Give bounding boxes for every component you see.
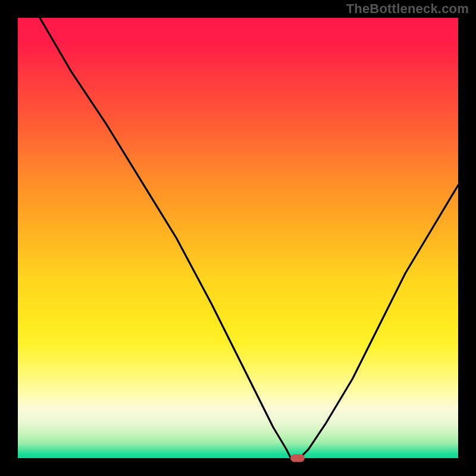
chart-frame: TheBottleneck.com <box>0 0 476 476</box>
optimal-point-marker <box>290 455 305 462</box>
curve-line <box>40 18 458 458</box>
watermark-text: TheBottleneck.com <box>346 1 469 17</box>
bottleneck-curve <box>18 18 458 458</box>
plot-area <box>18 18 458 458</box>
